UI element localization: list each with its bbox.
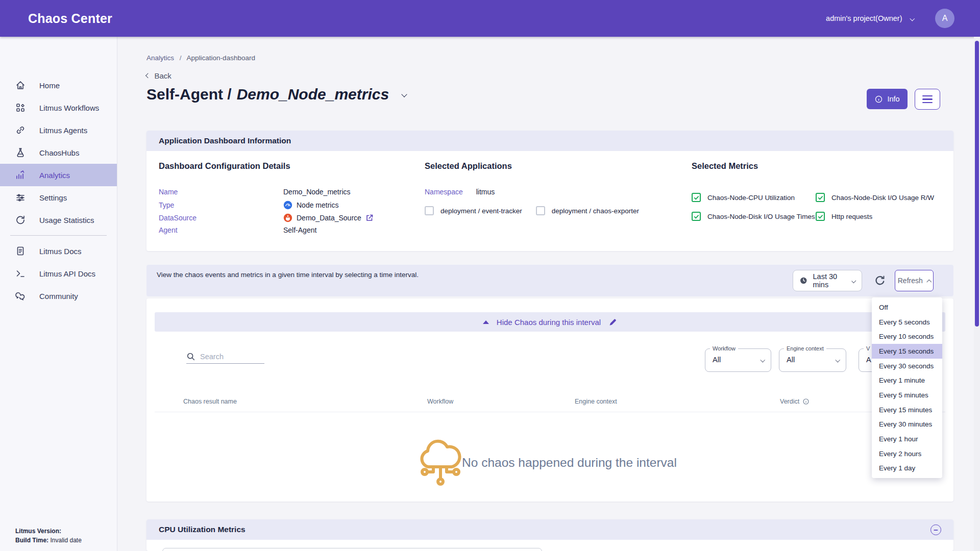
chaos-table-header: Chaos result name Workflow Engine contex… xyxy=(146,398,953,408)
sidebar-item-chaoshubs[interactable]: ChaosHubs xyxy=(0,141,117,164)
menu-item-every-15-seconds[interactable]: Every 15 seconds xyxy=(872,344,942,359)
sidebar-item-litmus-agents[interactable]: Litmus Agents xyxy=(0,119,117,141)
sidebar-item-litmus-workflows[interactable]: Litmus Workflows xyxy=(0,96,117,119)
menu-item-off[interactable]: Off xyxy=(872,300,942,315)
hide-chaos-toggle[interactable]: Hide Chaos during this interval xyxy=(155,312,945,332)
workflow-filter-select[interactable]: Workflow All xyxy=(705,348,771,372)
chevron-down-icon xyxy=(835,358,840,362)
cpu-section-title: CPU Utilization Metrics xyxy=(159,525,246,534)
menu-item-every-30-minutes[interactable]: Every 30 minutes xyxy=(872,417,942,432)
sidebar-divider xyxy=(10,235,107,236)
collapse-minus-icon[interactable]: − xyxy=(930,524,941,535)
check-icon xyxy=(694,214,699,219)
sidebar-item-label: Litmus Agents xyxy=(39,126,87,135)
sidebar-item-litmus-docs[interactable]: Litmus Docs xyxy=(0,240,117,262)
chevron-down-icon xyxy=(760,358,765,362)
menu-item-every-1-minute[interactable]: Every 1 minute xyxy=(872,373,942,388)
checkbox-label: Chaos-Node-CPU Utilization xyxy=(707,194,816,202)
menu-item-every-10-seconds[interactable]: Every 10 seconds xyxy=(872,329,942,344)
dashboard-menu-button[interactable] xyxy=(915,89,940,110)
empty-state-message: No chaos happened during the interval xyxy=(462,456,677,470)
sidebar-item-label: Community xyxy=(39,292,78,300)
checkbox-label: Chaos-Node-Disk I/O Usage R/W xyxy=(831,194,934,202)
avatar[interactable]: A xyxy=(935,9,954,28)
config-row-type: Type Node metrics xyxy=(159,201,338,210)
select-value: All xyxy=(713,356,721,364)
community-icon xyxy=(15,291,26,301)
back-label: Back xyxy=(155,71,172,80)
triangle-up-icon[interactable] xyxy=(483,320,489,324)
info-icon[interactable] xyxy=(802,398,810,405)
chevron-down-icon[interactable] xyxy=(910,16,914,20)
search-icon xyxy=(186,352,195,361)
sidebar-item-label: Home xyxy=(39,81,60,90)
back-link[interactable]: Back xyxy=(146,71,172,80)
menu-item-every-5-minutes[interactable]: Every 5 minutes xyxy=(872,388,942,403)
menu-item-every-1-day[interactable]: Every 1 day xyxy=(872,461,942,476)
menu-item-every-1-hour[interactable]: Every 1 hour xyxy=(872,432,942,446)
menu-item-every-15-minutes[interactable]: Every 15 minutes xyxy=(872,403,942,417)
page-title: Self-Agent / Demo_Node_metrics xyxy=(146,86,406,103)
checkbox-unchecked[interactable] xyxy=(536,206,545,215)
checkbox-checked[interactable] xyxy=(816,212,825,221)
select-value: A xyxy=(866,356,871,364)
sidebar-item-usage-statistics[interactable]: Usage Statistics xyxy=(0,209,117,231)
top-header-bar: Chaos Center admin's project(Owner) A xyxy=(0,0,980,37)
breadcrumb-separator: / xyxy=(180,54,182,62)
search-input[interactable] xyxy=(200,353,256,361)
metric-checkbox-row: Chaos-Node-Disk I/O Usage Times Http req… xyxy=(692,212,872,221)
cpu-utilization-card: CPU Utilization Metrics − xyxy=(146,519,953,551)
selected-applications-title: Selected Applications xyxy=(425,161,512,171)
node-metrics-icon xyxy=(283,201,292,210)
version-label: Litmus Version: xyxy=(15,528,61,535)
checkbox-checked[interactable] xyxy=(692,212,701,221)
info-button-label: Info xyxy=(887,95,899,103)
settings-icon xyxy=(15,192,26,203)
breadcrumb-current: Application-dashboard xyxy=(187,54,255,62)
sidebar-item-home[interactable]: Home xyxy=(0,74,117,96)
checkbox-checked[interactable] xyxy=(816,193,825,202)
external-link-icon[interactable] xyxy=(365,214,374,222)
search-field[interactable] xyxy=(186,349,264,364)
checkbox-label: deployment / event-tracker xyxy=(440,207,522,215)
chevron-down-icon[interactable] xyxy=(401,91,407,97)
app-title: Chaos Center xyxy=(28,11,112,26)
sidebar-item-community[interactable]: Community xyxy=(0,285,117,307)
time-interval-bar: View the chaos events and metrics in a g… xyxy=(146,265,953,296)
check-icon xyxy=(818,195,823,201)
usage-statistics-icon xyxy=(15,215,26,225)
refresh-now-button[interactable] xyxy=(873,274,887,288)
sidebar-item-label: ChaosHubs xyxy=(39,148,79,157)
project-label[interactable]: admin's project(Owner) xyxy=(826,14,902,22)
interval-description: View the chaos events and metrics in a g… xyxy=(157,270,427,281)
checkbox-checked[interactable] xyxy=(692,193,701,202)
project-switcher[interactable]: admin's project(Owner) A xyxy=(826,0,954,37)
checkbox-unchecked[interactable] xyxy=(425,206,434,215)
engine-context-filter-select[interactable]: Engine context All xyxy=(779,348,846,372)
sidebar-item-settings[interactable]: Settings xyxy=(0,186,117,209)
scrollbar-thumb[interactable] xyxy=(975,41,979,327)
config-row-agent: Agent Self-Agent xyxy=(159,226,316,234)
menu-item-every-2-hours[interactable]: Every 2 hours xyxy=(872,446,942,461)
time-range-label: Last 30 mins xyxy=(813,272,848,289)
hide-chaos-label[interactable]: Hide Chaos during this interval xyxy=(497,318,601,327)
info-button[interactable]: Info xyxy=(867,89,908,109)
build-time-label: Build Time: xyxy=(15,537,48,544)
sidebar-item-analytics[interactable]: Analytics xyxy=(0,164,117,186)
sidebar-item-label: Usage Statistics xyxy=(39,216,94,224)
title-agent: Self-Agent / xyxy=(146,86,232,103)
selected-metrics-title: Selected Metrics xyxy=(692,161,758,171)
breadcrumb-analytics[interactable]: Analytics xyxy=(146,54,174,62)
checkbox-label: Chaos-Node-Disk I/O Usage Times xyxy=(707,213,816,220)
menu-item-every-30-seconds[interactable]: Every 30 seconds xyxy=(872,359,942,373)
edit-pencil-icon[interactable] xyxy=(608,318,617,327)
refresh-interval-button[interactable]: Refresh xyxy=(895,270,934,291)
config-row-datasource: DataSource Demo_Data_Source xyxy=(159,213,374,222)
namespace-row: Namespace litmus xyxy=(425,188,495,196)
clock-icon xyxy=(799,276,808,286)
menu-item-every-5-seconds[interactable]: Every 5 seconds xyxy=(872,315,942,330)
home-icon xyxy=(15,80,26,90)
sidebar-item-litmus-api-docs[interactable]: Litmus API Docs xyxy=(0,262,117,285)
time-range-selector[interactable]: Last 30 mins xyxy=(793,270,862,291)
cpu-section-header: CPU Utilization Metrics − xyxy=(146,519,953,540)
